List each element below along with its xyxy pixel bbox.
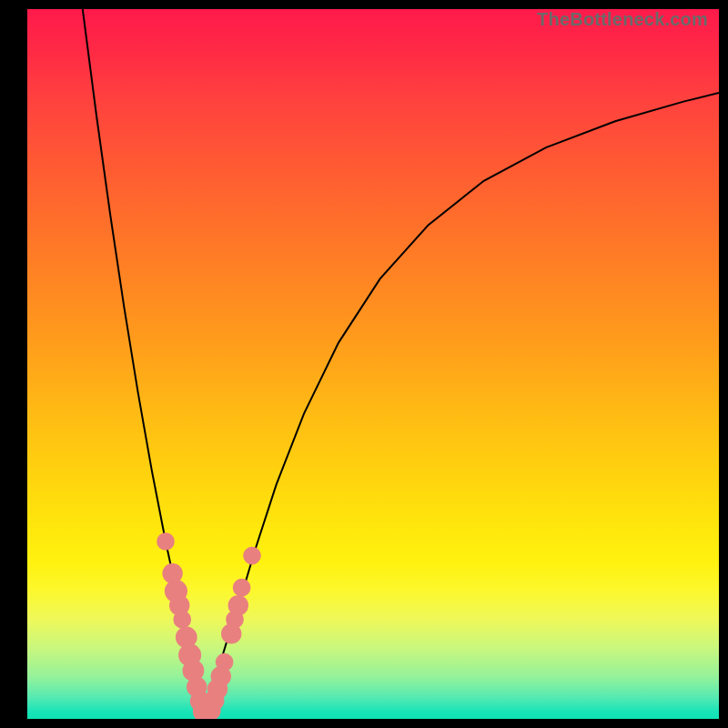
plot-area: TheBottleneck.com: [27, 9, 719, 719]
scatter-dot: [243, 547, 261, 565]
outer-frame: TheBottleneck.com: [0, 0, 728, 728]
scatter-dot: [173, 611, 191, 629]
curve-right-branch: [204, 93, 719, 717]
chart-svg: [27, 9, 719, 719]
scatter-dot: [233, 579, 251, 597]
scatter-overlay: [157, 532, 261, 719]
scatter-dot: [228, 595, 248, 615]
scatter-dot: [216, 653, 234, 672]
scatter-dot: [157, 532, 175, 551]
